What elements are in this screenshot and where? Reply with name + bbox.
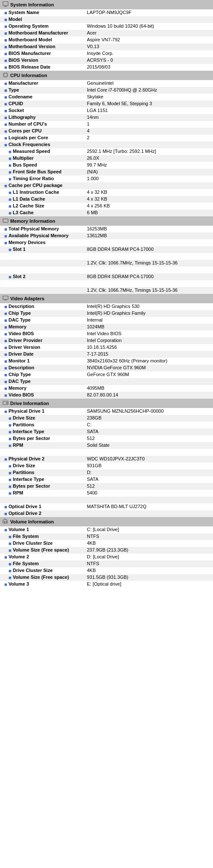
row-label: L3 Cache	[13, 210, 34, 215]
section-header-drive: Drive Information	[0, 399, 213, 408]
row-label: RPM	[13, 490, 23, 495]
row-label: Motherboard Manufacturer	[9, 30, 68, 35]
row-label: Bytes per Sector	[13, 483, 50, 489]
row-label: Volume 3	[9, 581, 29, 586]
row-value: 5400	[85, 490, 213, 496]
row-value: 6 MB	[85, 210, 213, 216]
row-value: Aspire VN7-792	[85, 37, 213, 43]
cpu-title: CPU Information	[10, 73, 47, 78]
row-label: Chip Type	[9, 372, 31, 377]
table-row: ◼Cache per CPU package	[0, 182, 213, 189]
row-value: D: [Local Drive]	[85, 554, 213, 560]
table-row	[0, 497, 213, 503]
row-label: Partitions	[13, 470, 35, 475]
table-row: ◼Lithography14nm	[0, 114, 213, 121]
table-row: ◼PartitionsD:	[0, 469, 213, 476]
row-value: Intel(R) HD Graphics Family	[85, 310, 213, 316]
row-value: Intel Core i7-6700HQ @ 2.60GHz	[85, 87, 213, 93]
row-value: 10.18.15.4256	[85, 345, 213, 351]
system-title: System Information	[10, 2, 54, 7]
table-row: ◼Chip TypeIntel(R) HD Graphics Family	[0, 310, 213, 317]
row-value	[85, 379, 213, 385]
row-label: Total Physical Memory	[9, 226, 59, 231]
table-row: ◼Number of CPU's1	[0, 121, 213, 128]
table-row: ◼L1 Instruction Cache4 x 32 KB	[0, 189, 213, 196]
table-row: ◼CPUIDFamily 6, Model 5E, Stepping 3	[0, 101, 213, 107]
row-label: BIOS Version	[9, 57, 38, 63]
table-row: ◼Video BIOSIntel Video BIOS	[0, 331, 213, 337]
row-value: 8GB DDR4 SDRAM PC4-17000	[85, 274, 213, 280]
row-label: Interface Type	[13, 429, 44, 434]
row-label: Clock Frequencies	[9, 142, 50, 147]
system-icon	[3, 1, 9, 8]
table-row: ◼Multiplier26.0X	[0, 155, 213, 162]
table-row: ◼Memory4095MB	[0, 385, 213, 392]
row-label: BIOS Manufacturer	[9, 51, 51, 56]
section-body-volume: ◼Volume 1C: [Local Drive]◼File SystemNTF…	[0, 526, 213, 588]
row-value: LAPTOP-NM9JQC9F	[85, 10, 213, 16]
row-label: Volume Size (Free space)	[13, 547, 69, 552]
row-value: 14nm	[85, 115, 213, 121]
row-label: File System	[13, 534, 39, 539]
row-value: 4 x 256 KB	[85, 203, 213, 209]
row-label: Video BIOS	[9, 331, 34, 336]
table-row: ◼Volume Size (Free space)237.9GB (213.3G…	[0, 547, 213, 554]
section-body-system: ◼System NameLAPTOP-NM9JQC9F◼Model◼Operat…	[0, 9, 213, 71]
row-value	[85, 449, 213, 455]
row-value: 4KB	[85, 540, 213, 546]
table-row: ◼Volume 3E: [Optical drive]	[0, 581, 213, 588]
row-value: 99.7 MHz	[85, 162, 213, 168]
table-row: ◼Memory Devices	[0, 239, 213, 246]
row-value: 13612MB	[85, 233, 213, 239]
table-row: ◼Physical Drive 1SAMSUNG MZNLN256HCHP-00…	[0, 408, 213, 415]
row-label: Description	[9, 304, 35, 309]
row-label: Slot 2	[13, 274, 26, 279]
table-row: ◼Optical Drive 1MATSHITA BD-MLT UJ272Q	[0, 503, 213, 510]
row-label: Number of CPU's	[9, 121, 47, 126]
row-label: Cache per CPU package	[9, 183, 63, 188]
table-row: ◼File SystemNTFS	[0, 533, 213, 540]
row-value: 4 x 32 KB	[85, 190, 213, 195]
drive-icon	[3, 400, 9, 407]
row-value: Insyde Corp.	[85, 51, 213, 57]
row-value: 1.000	[85, 176, 213, 182]
row-value: 1024MB	[85, 324, 213, 330]
row-value: Internal	[85, 317, 213, 323]
table-row: ◼Motherboard VersionV0.13	[0, 43, 213, 50]
row-value: Family 6, Model 5E, Stepping 3	[85, 101, 213, 107]
row-label: DAC Type	[9, 317, 31, 322]
table-row: ◼Bytes per Sector512	[0, 483, 213, 490]
table-row: ◼Bytes per Sector512	[0, 435, 213, 442]
row-value: 4	[85, 128, 213, 134]
table-row: ◼Drive Size931GB	[0, 463, 213, 469]
table-row: 1.2V, Clk: 1066.7MHz, Timings 15-15-15-3…	[0, 260, 213, 267]
volume-title: Volume Information	[10, 519, 54, 524]
table-row	[0, 280, 213, 287]
row-label: Driver Date	[9, 351, 34, 356]
row-label: Operating System	[9, 23, 49, 29]
row-label: DAC Type	[9, 379, 31, 384]
section-body-video: ◼DescriptionIntel(R) HD Graphics 530◼Chi…	[0, 303, 213, 399]
row-value	[85, 511, 213, 517]
section-header-system: System Information	[0, 0, 213, 9]
row-label: Manufacturer	[9, 80, 38, 86]
row-label: Drive Size	[13, 463, 35, 468]
row-label: Optical Drive 1	[9, 504, 41, 509]
row-value: Acer	[85, 30, 213, 36]
row-value: 1.2V, Clk: 1066.7MHz, Timings 15-15-15-3…	[85, 260, 213, 266]
table-row: ◼Interface TypeSATA	[0, 476, 213, 483]
table-row: ◼Volume 1C: [Local Drive]	[0, 526, 213, 533]
row-value: 1	[85, 121, 213, 127]
row-value	[85, 267, 213, 273]
table-row: ◼Logicals per Core2	[0, 135, 213, 141]
table-row: ◼Cores per CPU4	[0, 128, 213, 135]
row-label: Driver Provider	[9, 338, 42, 343]
row-value: 4 x 32 KB	[85, 196, 213, 202]
row-label: Physical Drive 2	[9, 456, 44, 461]
table-row: ◼L1 Data Cache4 x 32 KB	[0, 196, 213, 203]
row-label: Model	[9, 17, 22, 22]
row-label: Volume 1	[9, 527, 29, 532]
row-value: 2592.1 MHz [Turbo: 2592.1 MHz]	[85, 149, 213, 155]
table-row: ◼Volume Size (Free space)931.5GB (931.3G…	[0, 574, 213, 581]
table-row: ◼DescriptionNVIDIA GeForce GTX 960M	[0, 365, 213, 371]
